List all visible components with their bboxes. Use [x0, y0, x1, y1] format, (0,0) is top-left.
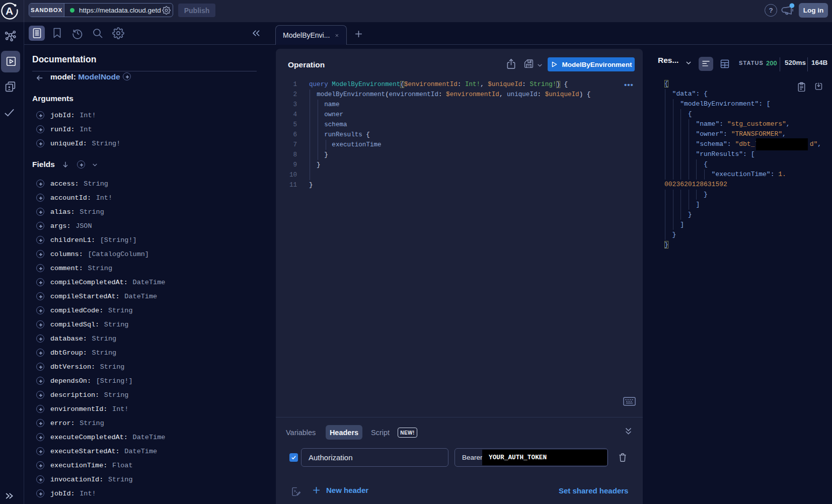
svg-text:A: A [6, 5, 13, 17]
